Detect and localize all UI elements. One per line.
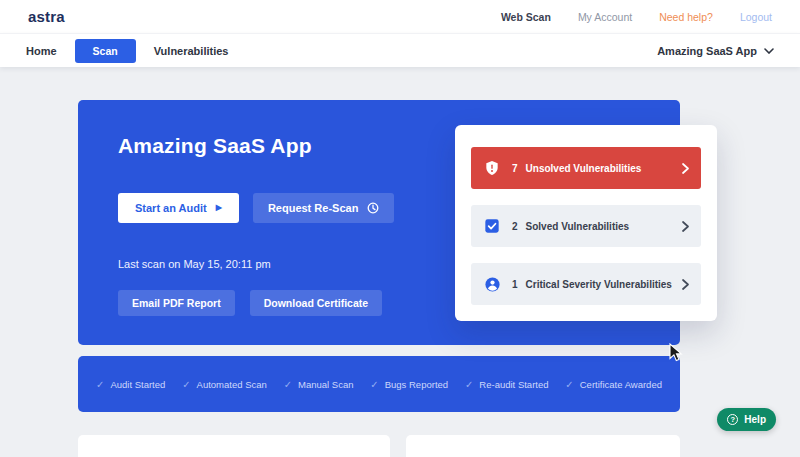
app-window: astra Web Scan My Account Need help? Log… (0, 0, 800, 457)
critical-label: Critical Severity Vulnerabilities (526, 279, 672, 290)
check-icon: ✓ (465, 379, 473, 390)
nav-logout[interactable]: Logout (740, 11, 772, 23)
email-pdf-report-label: Email PDF Report (132, 297, 221, 309)
progress-step-label: Automated Scan (197, 379, 267, 390)
unsolved-vulnerabilities-row[interactable]: 7 Unsolved Vulnerabilities (471, 147, 701, 189)
check-icon: ✓ (96, 379, 104, 390)
astra-logo[interactable]: astra (28, 8, 65, 25)
progress-step-manual-scan: ✓ Manual Scan (284, 379, 354, 390)
hero-secondary-actions: Email PDF Report Download Certificate (118, 290, 382, 316)
critical-count: 1 (512, 279, 518, 290)
help-button[interactable]: ? Help (717, 408, 776, 431)
request-rescan-button[interactable]: Request Re-Scan (253, 193, 394, 223)
bottom-card-left (78, 435, 390, 457)
email-pdf-report-button[interactable]: Email PDF Report (118, 290, 235, 316)
progress-step-audit-started: ✓ Audit Started (96, 379, 165, 390)
vulnerability-summary-panel: 7 Unsolved Vulnerabilities 2 Solved Vuln… (455, 125, 717, 321)
progress-step-automated-scan: ✓ Automated Scan (182, 379, 267, 390)
unsolved-label: Unsolved Vulnerabilities (526, 163, 642, 174)
progress-step-label: Bugs Reported (385, 379, 448, 390)
chevron-right-icon (682, 221, 689, 232)
download-certificate-label: Download Certificate (264, 297, 368, 309)
question-circle-icon: ? (727, 414, 738, 425)
start-audit-label: Start an Audit (135, 202, 207, 214)
sub-navigation: Home Scan Vulnerabilities Amazing SaaS A… (0, 33, 800, 67)
tab-vulnerabilities[interactable]: Vulnerabilities (154, 45, 229, 57)
progress-step-label: Audit Started (110, 379, 165, 390)
solved-count: 2 (512, 221, 518, 232)
nav-web-scan[interactable]: Web Scan (501, 11, 551, 23)
critical-vulnerabilities-row[interactable]: 1 Critical Severity Vulnerabilities (471, 263, 701, 305)
project-selector[interactable]: Amazing SaaS App (657, 45, 774, 57)
download-certificate-button[interactable]: Download Certificate (250, 290, 382, 316)
shield-alert-icon (483, 159, 501, 177)
project-name: Amazing SaaS App (657, 45, 757, 57)
top-nav: Web Scan My Account Need help? Logout (501, 11, 772, 23)
progress-step-reaudit-started: ✓ Re-audit Started (465, 379, 549, 390)
unsolved-count: 7 (512, 163, 518, 174)
nav-my-account[interactable]: My Account (578, 11, 632, 23)
start-audit-button[interactable]: Start an Audit ▶ (118, 193, 239, 223)
progress-step-label: Re-audit Started (479, 379, 548, 390)
solved-label: Solved Vulnerabilities (526, 221, 630, 232)
chevron-down-icon (764, 48, 774, 54)
chevron-right-icon (682, 163, 689, 174)
clock-icon (367, 202, 379, 214)
hero-primary-actions: Start an Audit ▶ Request Re-Scan (118, 193, 394, 223)
help-button-label: Help (744, 414, 766, 425)
checkbox-checked-icon (483, 217, 501, 235)
play-icon: ▶ (216, 204, 222, 212)
solved-vulnerabilities-row[interactable]: 2 Solved Vulnerabilities (471, 205, 701, 247)
request-rescan-label: Request Re-Scan (268, 202, 358, 214)
check-icon: ✓ (370, 379, 378, 390)
top-header: astra Web Scan My Account Need help? Log… (0, 0, 800, 33)
progress-step-bugs-reported: ✓ Bugs Reported (370, 379, 448, 390)
progress-step-label: Certificate Awarded (580, 379, 662, 390)
check-icon: ✓ (284, 379, 292, 390)
check-icon: ✓ (182, 379, 190, 390)
page-title: Amazing SaaS App (118, 134, 312, 158)
last-scan-text: Last scan on May 15, 20:11 pm (118, 258, 271, 270)
progress-step-certificate-awarded: ✓ Certificate Awarded (565, 379, 662, 390)
bottom-card-right (406, 435, 680, 457)
tab-scan[interactable]: Scan (75, 39, 136, 63)
audit-progress-bar: ✓ Audit Started ✓ Automated Scan ✓ Manua… (78, 356, 680, 412)
tab-home[interactable]: Home (26, 45, 57, 57)
user-circle-icon (483, 275, 501, 293)
check-icon: ✓ (565, 379, 573, 390)
chevron-right-icon (682, 279, 689, 290)
progress-step-label: Manual Scan (298, 379, 353, 390)
nav-need-help[interactable]: Need help? (659, 11, 713, 23)
